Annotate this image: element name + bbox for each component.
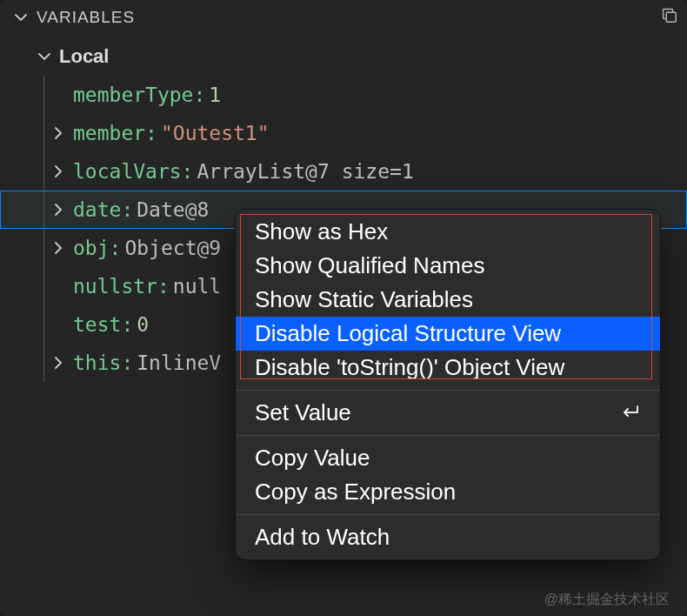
variable-value: InlineV [137,352,221,374]
variable-name: member: [73,122,157,144]
variable-row[interactable]: localVars: ArrayList@7 size=1 [0,152,687,191]
variable-name: memberType: [73,84,205,106]
menu-item[interactable]: Copy as Expression [236,475,660,509]
variable-name: localVars: [73,160,193,183]
variable-name: test: [73,313,133,336]
header-title: VARIABLES [37,8,135,27]
menu-item-label: Disable 'toString()' Object View [255,354,641,381]
chevron-down-icon [14,10,28,24]
chevron-right-icon[interactable] [49,164,68,178]
menu-item-label: Copy Value [255,445,641,472]
variable-row[interactable]: memberType: 1 [0,76,687,114]
menu-item[interactable]: Show as Hex [236,215,660,249]
variable-value: Object@9 [124,237,221,259]
variable-name: this: [73,352,133,374]
enter-key-icon [618,399,641,426]
chevron-right-icon[interactable] [49,203,68,217]
menu-item[interactable]: Copy Value [236,441,660,475]
variable-row[interactable]: member: "Outest1" [0,114,687,152]
variable-value: 0 [137,313,149,336]
menu-item-label: Copy as Expression [255,479,641,506]
menu-separator [236,390,660,391]
menu-item-label: Show as Hex [255,218,641,245]
variable-value: Date@8 [137,198,209,221]
watermark: @稀土掘金技术社区 [544,591,670,609]
menu-item[interactable]: Disable 'toString()' Object View [236,351,660,385]
scope-label: Local [59,45,109,68]
variable-value: null [173,275,221,298]
menu-item[interactable]: Disable Logical Structure View [236,317,660,351]
menu-item[interactable]: Set Value [236,396,660,430]
variable-name: obj: [73,237,121,259]
menu-item[interactable]: Show Static Variables [236,283,660,317]
menu-item[interactable]: Add to Watch [236,520,660,554]
menu-item-label: Disable Logical Structure View [255,320,641,347]
variable-value: 1 [209,84,221,106]
context-menu: Show as HexShow Qualified NamesShow Stat… [235,209,661,560]
collapse-all-icon[interactable] [659,5,678,29]
menu-item-label: Set Value [255,399,618,426]
menu-separator [236,514,660,515]
variable-value: "Outest1" [161,122,270,144]
panel-header[interactable]: VARIABLES [0,0,687,34]
scope-local[interactable]: Local [0,37,687,76]
menu-separator [236,435,660,436]
chevron-down-icon [35,50,54,64]
menu-item[interactable]: Show Qualified Names [236,249,660,283]
chevron-right-icon[interactable] [49,356,68,370]
menu-item-label: Show Static Variables [255,286,641,313]
menu-item-label: Add to Watch [255,524,641,551]
chevron-right-icon[interactable] [49,241,68,255]
variable-name: date: [73,198,133,221]
variable-value: ArrayList@7 size=1 [197,160,413,183]
menu-item-label: Show Qualified Names [255,252,641,279]
svg-rect-1 [666,12,676,22]
chevron-right-icon[interactable] [49,126,68,140]
variable-name: nullstr: [73,275,170,298]
